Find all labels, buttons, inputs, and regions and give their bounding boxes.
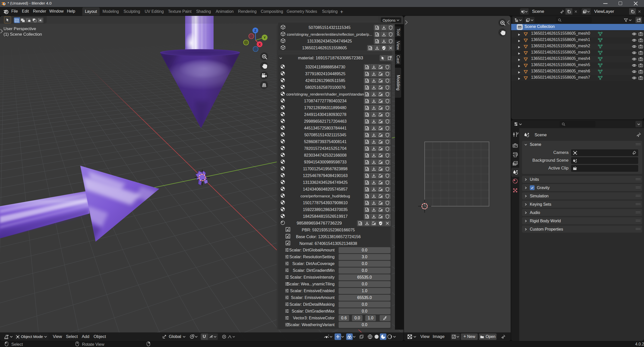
svg-text:Y: Y	[264, 36, 266, 39]
svg-text:X: X	[259, 42, 261, 46]
svg-text:Z: Z	[254, 29, 256, 32]
